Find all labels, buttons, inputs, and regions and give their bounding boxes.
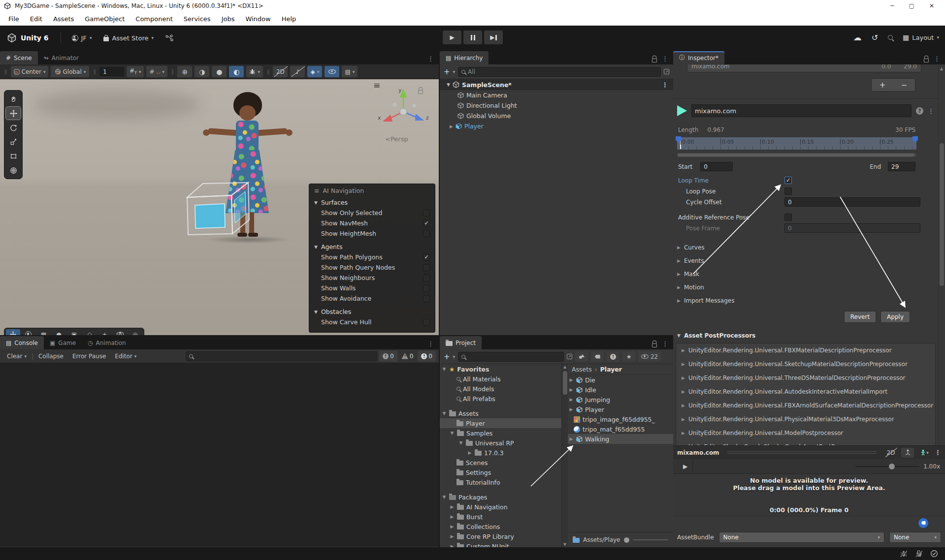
- tree-item[interactable]: ▶Core RP Library: [440, 531, 561, 541]
- minimize-icon[interactable]: ─: [890, 2, 894, 9]
- foldout-events[interactable]: ▶Events: [673, 254, 938, 267]
- timeline-scrollbar[interactable]: [677, 153, 916, 157]
- foldout-curves[interactable]: ▶Curves: [673, 241, 938, 254]
- filter-importlog-button[interactable]: !: [607, 351, 619, 362]
- editor-dropdown[interactable]: Editor▾: [111, 351, 140, 362]
- add-button[interactable]: +: [444, 67, 450, 76]
- foldout-import-messages[interactable]: ▶Import Messages: [673, 294, 938, 307]
- projection-label[interactable]: <Persp: [385, 135, 408, 143]
- draw-mode-button[interactable]: ⊕: [177, 66, 192, 77]
- asset-item[interactable]: tripo_mat_f65dd955: [568, 424, 673, 434]
- project-menu-icon[interactable]: ⋮: [662, 340, 668, 347]
- show-navmesh-checkbox[interactable]: ✓: [423, 220, 430, 227]
- tab-animator[interactable]: ↬Animator: [38, 51, 85, 64]
- asset-item[interactable]: ▶Player: [568, 404, 673, 414]
- asset-item[interactable]: ▶Idle: [568, 385, 673, 395]
- tree-item-assets[interactable]: ▼Assets: [440, 408, 561, 418]
- snap-button[interactable]: #◡▾: [146, 66, 167, 77]
- scene-menu-icon[interactable]: ⋮: [427, 55, 434, 62]
- tree-item[interactable]: ▶Burst: [440, 512, 561, 522]
- expander-icon[interactable]: ▶: [569, 407, 574, 412]
- sphere-overlay-button[interactable]: ●: [52, 329, 66, 335]
- overlays-button[interactable]: ▤▾: [342, 66, 358, 77]
- shaded-wireframe-button[interactable]: ◑: [195, 66, 209, 77]
- inspector-menu-icon[interactable]: ⋮: [934, 55, 940, 62]
- timeline-ruler[interactable]: 0:00 0:05 0:10 0:15 0:20 0:25: [677, 137, 916, 150]
- grid-overlay-button[interactable]: ▦: [36, 329, 51, 335]
- move-tool-button[interactable]: [6, 107, 21, 120]
- clip-menu-icon[interactable]: ⋮: [928, 107, 934, 115]
- tree-item[interactable]: All Models: [440, 384, 561, 394]
- add-clip-button[interactable]: +: [872, 79, 893, 91]
- grid-axis-button[interactable]: #Y▾: [127, 66, 144, 77]
- hidden-count-button[interactable]: 22: [638, 351, 661, 362]
- collapse-button[interactable]: Collapse: [34, 351, 67, 362]
- favorites-filter-button[interactable]: ★: [622, 351, 635, 362]
- hierarchy-menu-icon[interactable]: ⋮: [662, 55, 668, 62]
- chevron-down-icon[interactable]: ▾: [453, 69, 456, 74]
- end-field[interactable]: 29: [888, 162, 915, 171]
- chevron-down-icon[interactable]: ▾: [453, 354, 456, 359]
- clip-list-row[interactable]: mixamo.com 0.029.0: [687, 64, 921, 72]
- lighting-toggle-button[interactable]: ◐: [229, 66, 244, 77]
- show-carve-hull-checkbox[interactable]: [423, 319, 430, 326]
- tree-item[interactable]: TutorialInfo: [440, 477, 561, 487]
- inspector-scrollbar[interactable]: ▲: [938, 64, 945, 445]
- orientation-gizmo[interactable]: x y z: [377, 86, 430, 139]
- effects-toggle-button[interactable]: ◈▾: [307, 66, 322, 77]
- asset-item[interactable]: ▶Die: [568, 375, 673, 385]
- scene-visibility-button[interactable]: [325, 66, 339, 77]
- loop-time-checkbox[interactable]: ✓: [784, 177, 792, 184]
- preview-area[interactable]: No model is available for preview. Pleas…: [673, 474, 945, 516]
- console-log-area[interactable]: [0, 363, 439, 547]
- hand-tool-button[interactable]: [6, 93, 21, 105]
- search-icon[interactable]: [888, 35, 893, 40]
- asset-item[interactable]: ▶Jumping: [568, 395, 673, 404]
- lock-icon[interactable]: [652, 59, 657, 62]
- layout-button[interactable]: ▦ Layout ▾: [903, 33, 939, 41]
- breadcrumb-assets[interactable]: Assets: [572, 366, 592, 373]
- expander-icon[interactable]: ▶: [569, 387, 574, 392]
- tree-item[interactable]: Scenes: [440, 458, 561, 467]
- version-control-button[interactable]: [160, 34, 179, 41]
- info-count-badge[interactable]: !0: [379, 351, 397, 362]
- menu-edit[interactable]: Edit: [25, 15, 48, 23]
- section-agents[interactable]: ▼Agents: [314, 242, 430, 252]
- loop-pose-checkbox[interactable]: [784, 187, 792, 195]
- maximize-icon[interactable]: ▢: [909, 2, 914, 9]
- audio-mute-button[interactable]: ♪: [290, 66, 305, 77]
- show-neighbours-checkbox[interactable]: [423, 275, 430, 281]
- postprocessor-item[interactable]: ▶UnityEditor.Rendering.Universal.FBXArno…: [676, 399, 935, 412]
- expander-icon[interactable]: ▶: [569, 397, 574, 402]
- scale-tool-button[interactable]: [6, 135, 21, 148]
- filter-by-type-button[interactable]: [575, 351, 588, 362]
- tab-scene[interactable]: #Scene: [0, 51, 38, 64]
- warning-count-badge[interactable]: !0: [398, 351, 417, 362]
- section-surfaces[interactable]: ▼Surfaces: [314, 197, 430, 208]
- start-field[interactable]: 0: [700, 162, 733, 171]
- picker-icon[interactable]: [567, 354, 572, 359]
- pivot-mode-button[interactable]: Center▾: [11, 66, 49, 77]
- preview-avatar-button[interactable]: ▾: [918, 448, 931, 458]
- filter-by-label-button[interactable]: [591, 351, 604, 362]
- asset-labels-icon[interactable]: [918, 518, 928, 528]
- tree-item[interactable]: Settings: [440, 467, 561, 477]
- lock-icon[interactable]: [652, 343, 657, 347]
- clip-end-handle[interactable]: [912, 136, 918, 143]
- preview-speed-slider[interactable]: [855, 466, 919, 467]
- console-search[interactable]: [186, 351, 377, 361]
- assetbundle-variant-dropdown[interactable]: None▾: [889, 532, 941, 543]
- postprocessor-item[interactable]: ▶UnityEditor.Rendering.Universal.ModelPo…: [676, 426, 935, 440]
- move-overlay-button[interactable]: [6, 329, 20, 335]
- additive-pose-checkbox[interactable]: [784, 214, 792, 221]
- hierarchy-item[interactable]: Global Volume: [440, 111, 673, 121]
- tree-item-packages[interactable]: ▼Packages: [440, 492, 561, 502]
- postprocessor-item[interactable]: ▶UnityEditor.Rendering.Universal.Sketchu…: [676, 357, 935, 371]
- hierarchy-item[interactable]: Main Camera: [440, 90, 673, 100]
- tree-item[interactable]: ▼Universal RP: [440, 438, 561, 448]
- preview-play-button[interactable]: ▶: [678, 459, 693, 473]
- hierarchy-item[interactable]: Directional Light: [440, 100, 673, 111]
- play-button[interactable]: ▶: [443, 31, 461, 44]
- transform-tool-button[interactable]: [6, 164, 21, 177]
- tree-item[interactable]: All Prefabs: [440, 394, 561, 404]
